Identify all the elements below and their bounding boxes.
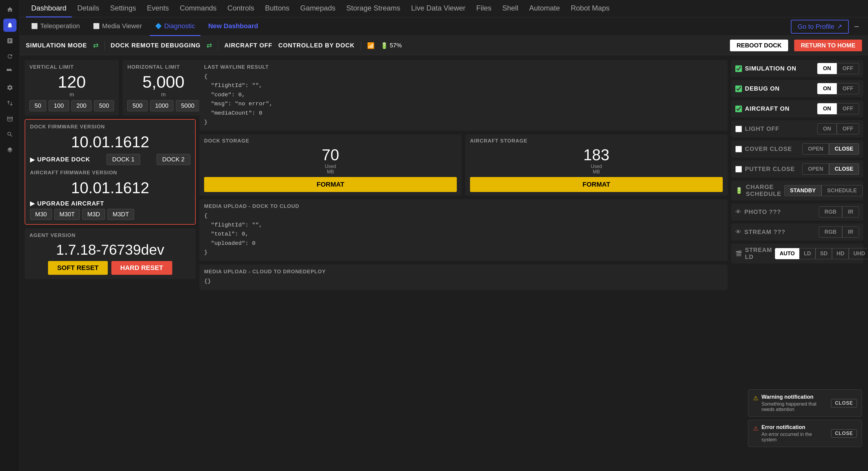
aircraft-off-button[interactable]: OFF xyxy=(837,103,859,114)
debug-on-button[interactable]: ON xyxy=(817,83,837,94)
sidebar-search-icon[interactable] xyxy=(3,128,17,141)
stream-hd-button[interactable]: HD xyxy=(832,248,849,259)
battery-pct: 57% xyxy=(390,42,402,49)
light-checkbox[interactable] xyxy=(735,126,742,132)
hard-reset-button[interactable]: HARD RESET xyxy=(111,261,172,275)
standby-button[interactable]: STANDBY xyxy=(784,185,822,196)
tab-diagnostic[interactable]: 🔷 Diagnostic xyxy=(150,18,200,36)
photo-label: PHOTO ??? xyxy=(744,209,816,215)
sidebar-layers-icon[interactable] xyxy=(3,144,17,157)
sidebar-refresh-icon[interactable] xyxy=(3,50,17,63)
tab-teleoperation[interactable]: ⬜ Teleoperation xyxy=(26,18,85,36)
aircraft-format-button[interactable]: FORMAT xyxy=(470,177,723,192)
schedule-button[interactable]: SCHEDULE xyxy=(822,185,863,196)
goto-profile-button[interactable]: Go to Profile ↗ xyxy=(791,20,848,34)
stream-rgb-button[interactable]: RGB xyxy=(819,226,842,238)
nav-details[interactable]: Details xyxy=(72,0,104,18)
tab-media-viewer[interactable]: ⬜ Media Viewer xyxy=(88,18,147,36)
light-on-button[interactable]: ON xyxy=(817,123,837,134)
sidebar-transfer-icon[interactable] xyxy=(3,97,17,110)
nav-automate[interactable]: Automate xyxy=(524,0,565,18)
soft-reset-button[interactable]: SOFT RESET xyxy=(48,261,107,275)
simulation-on-button[interactable]: ON xyxy=(817,63,837,74)
notification-1: ⚠ Warning notification Something happene… xyxy=(748,389,862,417)
sidebar-file-icon[interactable] xyxy=(3,34,17,48)
cover-close-button[interactable]: CLOSE xyxy=(829,144,859,155)
debug-off-button[interactable]: OFF xyxy=(837,83,859,94)
upgrade-aircraft-button[interactable]: ▶ UPGRADE AIRCRAFT xyxy=(30,200,104,207)
notif-1-close-button[interactable]: CLOSE xyxy=(831,399,857,407)
light-off-button[interactable]: OFF xyxy=(837,123,859,134)
vertical-preset-200[interactable]: 200 xyxy=(71,100,92,111)
cover-checkbox[interactable] xyxy=(735,146,742,152)
dock-firmware-version: 10.01.1612 xyxy=(30,133,190,151)
stream-uhd-button[interactable]: UHD xyxy=(849,248,868,259)
putter-close-button[interactable]: CLOSE xyxy=(829,163,859,175)
debug-checkbox[interactable] xyxy=(735,86,742,92)
cover-open-button[interactable]: OPEN xyxy=(802,144,829,155)
photo-ir-button[interactable]: IR xyxy=(842,207,859,218)
nav-live-data-viewer[interactable]: Live Data Viewer xyxy=(406,0,471,18)
return-to-home-button[interactable]: RETURN TO HOME xyxy=(794,40,862,51)
nav-commands[interactable]: Commands xyxy=(175,0,222,18)
upgrade-dock-button[interactable]: ▶ UPGRADE DOCK xyxy=(30,156,90,163)
model-m30t-button[interactable]: M30T xyxy=(54,209,80,220)
battery-display: 🔋 57% xyxy=(380,42,402,49)
agent-version-title: AGENT VERSION xyxy=(29,232,191,239)
dock-format-button[interactable]: FORMAT xyxy=(204,177,457,192)
stream-ld-button[interactable]: LD xyxy=(799,248,815,259)
simulation-off-button[interactable]: OFF xyxy=(837,63,859,74)
nav-dashboard[interactable]: Dashboard xyxy=(26,0,72,18)
error-icon-1: ⚠ xyxy=(753,425,758,432)
nav-files[interactable]: Files xyxy=(471,0,497,18)
vertical-preset-500[interactable]: 500 xyxy=(94,100,114,111)
nav-buttons[interactable]: Buttons xyxy=(259,0,295,18)
horizontal-limit-unit: m xyxy=(127,92,199,98)
notif-2-close-button[interactable]: CLOSE xyxy=(831,429,857,438)
stream-ir-button[interactable]: IR xyxy=(842,226,859,238)
separator-2 xyxy=(218,41,218,50)
stream-sd-button[interactable]: SD xyxy=(815,248,832,259)
nav-gamepads[interactable]: Gamepads xyxy=(295,0,341,18)
horizontal-preset-500[interactable]: 500 xyxy=(127,100,147,111)
nav-robot-maps[interactable]: Robot Maps xyxy=(565,0,615,18)
reset-buttons-row: SOFT RESET HARD RESET xyxy=(29,261,191,275)
horizontal-preset-5000[interactable]: 5000 xyxy=(176,100,199,111)
putter-label: PUTTER CLOSE xyxy=(745,166,799,172)
nav-controls[interactable]: Controls xyxy=(222,0,259,18)
simulation-mode-label: SIMULATION MODE xyxy=(26,42,87,49)
horizontal-preset-1000[interactable]: 1000 xyxy=(150,100,174,111)
vertical-preset-100[interactable]: 100 xyxy=(49,100,69,111)
dock2-button[interactable]: DOCK 2 xyxy=(157,154,190,165)
aircraft-storage-title: AIRCRAFT STORAGE xyxy=(470,138,723,144)
collapse-button[interactable]: − xyxy=(851,21,862,33)
aircraft-on-button[interactable]: ON xyxy=(817,103,837,114)
sidebar-settings-icon[interactable] xyxy=(3,81,17,94)
tab-new-dashboard[interactable]: New Dashboard xyxy=(203,18,264,36)
charge-icon: 🔋 xyxy=(735,187,743,194)
sidebar-home-icon[interactable] xyxy=(3,3,17,16)
putter-open-button[interactable]: OPEN xyxy=(802,163,829,175)
nav-storage-streams[interactable]: Storage Streams xyxy=(341,0,406,18)
model-m30-button[interactable]: M30 xyxy=(30,209,52,220)
simulation-checkbox[interactable] xyxy=(735,65,742,72)
dock-remote-label: DOCK REMOTE DEBUGGING xyxy=(111,42,201,49)
sidebar-database-icon[interactable] xyxy=(3,112,17,125)
sidebar-notification-icon[interactable] xyxy=(3,19,17,32)
model-m3dt-button[interactable]: M3DT xyxy=(107,209,134,220)
reboot-dock-button[interactable]: REBOOT DOCK xyxy=(730,40,788,51)
photo-rgb-button[interactable]: RGB xyxy=(819,207,842,218)
nav-settings[interactable]: Settings xyxy=(105,0,142,18)
model-m3d-button[interactable]: M3D xyxy=(82,209,105,220)
nav-shell[interactable]: Shell xyxy=(497,0,524,18)
agent-version-value: 1.7.18-76739dev xyxy=(29,242,191,258)
notification-2-content: Error notification An error occurred in … xyxy=(762,424,828,442)
nav-events[interactable]: Events xyxy=(142,0,175,18)
dock1-button[interactable]: DOCK 1 xyxy=(106,154,140,165)
aircraft-label: AIRCRAFT ON xyxy=(745,105,814,112)
vertical-preset-50[interactable]: 50 xyxy=(29,100,46,111)
putter-checkbox[interactable] xyxy=(735,166,742,172)
aircraft-checkbox[interactable] xyxy=(735,105,742,112)
sidebar-box-icon[interactable] xyxy=(3,65,17,78)
stream-auto-button[interactable]: AUTO xyxy=(775,248,799,259)
